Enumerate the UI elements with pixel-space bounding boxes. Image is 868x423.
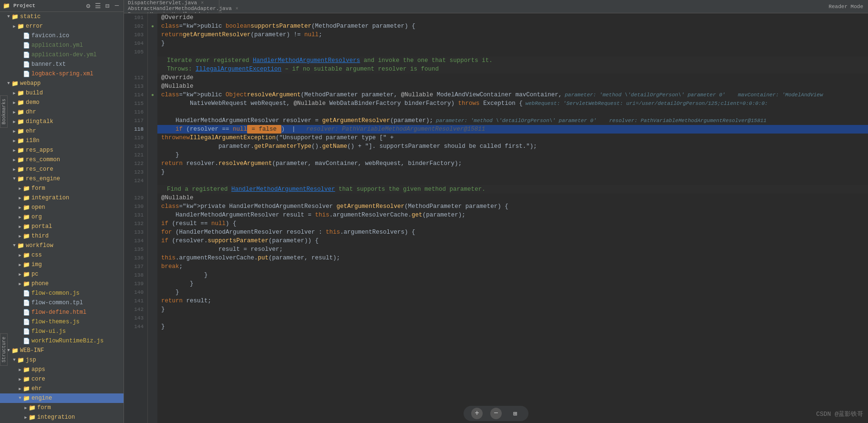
sidebar-item-dingtalk[interactable]: ▶📁dingtalk bbox=[0, 117, 124, 126]
line-number: 113 bbox=[126, 82, 144, 91]
reader-mode-button[interactable]: Reader Mode bbox=[824, 0, 868, 13]
sidebar-item-workflowRuntimeBiz[interactable]: 📄workflowRuntimeBiz.js bbox=[0, 336, 124, 346]
sidebar-item-flow-themes[interactable]: 📄flow-themes.js bbox=[0, 317, 124, 327]
zoom-controls: + − ⊞ bbox=[464, 406, 528, 421]
line-number: 105 bbox=[126, 48, 144, 56]
sidebar-item-WEB-INF[interactable]: ▼📁WEB-INF bbox=[0, 346, 124, 355]
annotation-line: @Nullable bbox=[157, 194, 868, 202]
sidebar-item-flow-common-tpl[interactable]: 📄flow-common.tpl bbox=[0, 298, 124, 308]
line-number: 123 bbox=[126, 168, 144, 176]
sidebar-item-application-yml[interactable]: 📄application.yml bbox=[0, 41, 124, 50]
gutter-cell bbox=[148, 185, 157, 194]
tree-label-logback: logback-spring.xml bbox=[31, 71, 93, 77]
grid-view-button[interactable]: ⊞ bbox=[509, 408, 521, 419]
sidebar-item-i18n[interactable]: ▶📁i18n bbox=[0, 136, 124, 145]
sidebar-item-third[interactable]: ▶📁third bbox=[0, 231, 124, 241]
sidebar-item-workflow[interactable]: ▼📁workflow bbox=[0, 241, 124, 250]
tree-label-ehr: ehr bbox=[26, 128, 36, 134]
sidebar-item-open[interactable]: ▶📁open bbox=[0, 203, 124, 212]
sidebar-item-flow-ui[interactable]: 📄flow-ui.js bbox=[0, 327, 124, 336]
sidebar-item-flow-common[interactable]: 📄flow-common.js bbox=[0, 289, 124, 298]
sidebar-item-res_common[interactable]: ▶📁res_common bbox=[0, 155, 124, 165]
sidebar-item-static[interactable]: ▼📁static bbox=[0, 12, 124, 21]
tree-arrow: ▶ bbox=[17, 377, 23, 382]
file-tree: ▼📁static▶📁error📄favicon.ico📄application.… bbox=[0, 12, 124, 423]
code-link[interactable]: HandlerMethodArgumentResolver bbox=[231, 186, 335, 193]
sidebar-item-build[interactable]: ▶📁build bbox=[0, 88, 124, 98]
tab-abstract-handler[interactable]: AbstractHandlerMethodAdapter.java× bbox=[124, 6, 219, 11]
gutter-cell bbox=[148, 99, 157, 108]
sidebar-item-phone[interactable]: ▶📁phone bbox=[0, 279, 124, 289]
tab-label-dispatcher: DispatcherServlet.java bbox=[128, 0, 197, 6]
file-icon: 📄 bbox=[23, 71, 31, 78]
sidebar-item-core[interactable]: ▶📁core bbox=[0, 374, 124, 384]
line-number: 140 bbox=[126, 288, 144, 297]
sidebar-item-ehr2[interactable]: ▶📁ehr bbox=[0, 384, 124, 393]
code-content[interactable]: @Overrideclass="kw">public boolean suppo… bbox=[157, 13, 868, 423]
project-icon: 📁 bbox=[3, 2, 10, 10]
file-icon: 📁 bbox=[23, 395, 31, 402]
tree-arrow: ▶ bbox=[17, 281, 23, 287]
sidebar-item-eng-integration[interactable]: ▶📁integration bbox=[0, 413, 124, 422]
file-icon: 📁 bbox=[17, 156, 25, 164]
sidebar-item-logback[interactable]: 📄logback-spring.xml bbox=[0, 69, 124, 79]
file-icon: 📁 bbox=[17, 128, 25, 135]
sidebar-item-apps[interactable]: ▶📁apps bbox=[0, 365, 124, 374]
sidebar-item-integration[interactable]: ▶📁integration bbox=[0, 193, 124, 203]
structure-tab[interactable]: Structure bbox=[0, 333, 8, 366]
file-icon: 📁 bbox=[23, 195, 31, 202]
tree-arrow: ▶ bbox=[17, 215, 23, 220]
sidebar-item-jsp[interactable]: ▼📁jsp bbox=[0, 355, 124, 365]
line-number: 134 bbox=[126, 237, 144, 245]
tab-dispatcher[interactable]: DispatcherServlet.java× bbox=[124, 0, 219, 6]
sidebar-item-css[interactable]: ▶📁css bbox=[0, 250, 124, 260]
sidebar-item-portal[interactable]: ▶📁portal bbox=[0, 222, 124, 231]
sidebar-item-banner[interactable]: 📄banner.txt bbox=[0, 60, 124, 69]
gutter-cell bbox=[148, 13, 157, 22]
tree-label-res_apps: res_apps bbox=[26, 147, 53, 154]
tree-arrow: ▶ bbox=[11, 24, 17, 29]
empty-line bbox=[157, 48, 868, 56]
sidebar-item-ehr[interactable]: ▶📁ehr bbox=[0, 126, 124, 136]
tree-label-banner: banner.txt bbox=[31, 61, 66, 68]
sidebar-item-org[interactable]: ▶📁org bbox=[0, 212, 124, 222]
code-area: 101102103104105··11211311411511611711811… bbox=[124, 13, 868, 423]
sidebar-item-application-dev-yml[interactable]: 📄application-dev.yml bbox=[0, 50, 124, 60]
sidebar-item-eng-form[interactable]: ▶📁form bbox=[0, 403, 124, 413]
sidebar-item-img[interactable]: ▶📁img bbox=[0, 260, 124, 269]
sidebar-item-pc[interactable]: ▶📁pc bbox=[0, 269, 124, 279]
code-link[interactable]: HandlerMethodArgumentResolver bbox=[253, 57, 357, 64]
settings-icon[interactable]: ⚙ bbox=[84, 2, 92, 10]
sidebar-item-demo[interactable]: ▶📁demo bbox=[0, 98, 124, 107]
tree-arrow: ▶ bbox=[11, 119, 17, 124]
tree-label-eng-form: form bbox=[37, 404, 51, 411]
line-number: 104 bbox=[126, 39, 144, 48]
code-link[interactable]: HandlerMethodArgumentResolvers bbox=[253, 57, 360, 64]
sidebar-item-favicon[interactable]: 📄favicon.ico bbox=[0, 31, 124, 41]
gutter-cell bbox=[148, 211, 157, 219]
file-icon: 📁 bbox=[17, 166, 25, 173]
sidebar-item-flow-define[interactable]: 📄flow-define.html bbox=[0, 308, 124, 317]
zoom-in-button[interactable]: + bbox=[471, 408, 483, 419]
sidebar-item-res_core[interactable]: ▶📁res_core bbox=[0, 165, 124, 174]
code-link[interactable]: IllegalArgumentException bbox=[196, 66, 281, 72]
tab-close-abstract-handler[interactable]: × bbox=[236, 6, 238, 11]
sidebar-item-res_engine[interactable]: ▼📁res_engine bbox=[0, 174, 124, 184]
sidebar-item-form[interactable]: ▶📁form bbox=[0, 184, 124, 193]
file-icon: 📁 bbox=[23, 385, 31, 392]
sidebar-item-error[interactable]: ▶📁error bbox=[0, 21, 124, 31]
file-icon: 📁 bbox=[23, 366, 31, 373]
file-icon: 📁 bbox=[11, 347, 19, 354]
sidebar-item-res_apps[interactable]: ▶📁res_apps bbox=[0, 145, 124, 155]
tab-close-dispatcher[interactable]: × bbox=[201, 0, 204, 6]
sidebar-item-webapp[interactable]: ▼📁webapp bbox=[0, 79, 124, 88]
layout-icon[interactable]: ☰ bbox=[94, 2, 102, 10]
sidebar-item-engine[interactable]: ▼📁engine bbox=[0, 393, 124, 403]
sidebar-item-dhr[interactable]: ▶📁dhr bbox=[0, 107, 124, 117]
bookmarks-tab[interactable]: Bookmarks bbox=[0, 95, 8, 128]
collapse-icon[interactable]: ⊟ bbox=[103, 2, 111, 10]
minimize-icon[interactable]: ─ bbox=[113, 2, 121, 10]
tree-arrow: ▶ bbox=[17, 262, 23, 268]
code-line: this.argumentResolverCache.put(parameter… bbox=[157, 254, 868, 262]
zoom-out-button[interactable]: − bbox=[490, 408, 502, 419]
